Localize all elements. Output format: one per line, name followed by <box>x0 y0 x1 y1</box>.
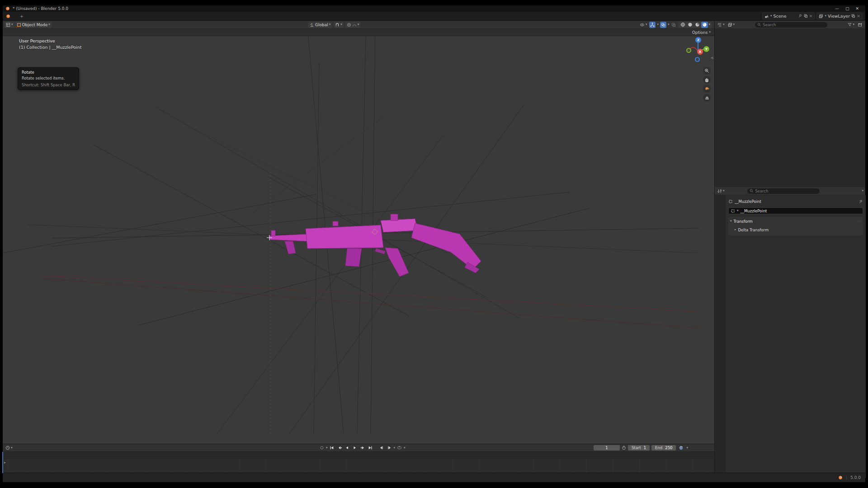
playhead[interactable] <box>2 452 3 473</box>
outliner-header: ▾ ▾ Search ▾ <box>715 21 865 29</box>
close-button[interactable]: ✕ <box>855 6 859 11</box>
breadcrumb: __MuzzlePoint <box>728 198 863 205</box>
shading-solid-button[interactable] <box>687 22 693 28</box>
channel-expander[interactable]: ▸ <box>4 460 6 465</box>
navigation-gizmo[interactable]: Z Y X <box>680 36 712 140</box>
region-toggle-chevron[interactable]: < <box>711 56 714 60</box>
properties-icon <box>717 189 722 193</box>
frame-back-button[interactable] <box>378 445 385 451</box>
remove-viewlayer-icon[interactable]: ✕ <box>857 14 860 19</box>
ortho-toggle-button[interactable] <box>703 94 711 102</box>
solid-icon <box>688 22 693 27</box>
new-scene-icon[interactable] <box>804 14 808 18</box>
blender-logo-icon <box>838 475 843 480</box>
gizmo-y-axis[interactable]: Y <box>703 46 709 52</box>
object-icon <box>728 199 733 204</box>
zoom-button[interactable] <box>703 67 711 75</box>
timeline-header: ▾ ▾ ▾ ▾ 1 <box>3 444 714 452</box>
active-object-label: (1) Collection | __MuzzlePoint <box>19 44 81 51</box>
camera-view-button[interactable] <box>703 85 711 93</box>
play-button[interactable] <box>352 445 359 451</box>
outliner-filter-button[interactable]: ▾ <box>847 22 855 28</box>
show-object-types-button[interactable]: ▾ <box>639 22 648 28</box>
prev-keyframe-button[interactable] <box>336 445 343 451</box>
proportional-icon <box>347 23 351 27</box>
gizmo-x-axis[interactable]: X <box>697 49 703 55</box>
delta-transform-panel[interactable]: ▸Delta Transform <box>730 227 861 233</box>
proportional-edit-toggle[interactable]: ▾ <box>345 22 361 28</box>
outliner-tree <box>715 29 865 187</box>
loop-button[interactable] <box>396 445 403 451</box>
xray-icon <box>671 23 676 27</box>
frame-forward-button[interactable] <box>386 445 393 451</box>
shading-wireframe-button[interactable] <box>679 22 686 28</box>
blender-window: * (Unsaved) - Blender 5.0.0 — ▢ ✕ + ▾ Sc… <box>3 5 865 482</box>
timeline-ruler[interactable] <box>3 452 714 459</box>
outliner-editor-type-button[interactable]: ▾ <box>717 22 726 28</box>
timeline-editor-type-button[interactable]: ▾ <box>5 445 14 451</box>
wireframe-icon <box>680 22 685 27</box>
scene-selector[interactable]: ▾ Scene ✕ <box>762 13 815 19</box>
jump-start-button[interactable] <box>329 445 335 451</box>
tool-settings-row: Options▾ <box>3 29 714 36</box>
properties-editor-type-button[interactable]: ▾ <box>717 188 726 194</box>
viewport-canvas[interactable]: User Perspective (1) Collection | __Muzz… <box>3 36 714 444</box>
camera-view-icon <box>704 87 710 91</box>
viewlayer-selector[interactable]: ▾ ViewLayer ✕ <box>816 13 863 19</box>
options-dropdown[interactable]: Options▾ <box>692 30 712 35</box>
pan-button[interactable] <box>703 76 711 84</box>
properties-options-chevron[interactable]: ▾ <box>862 189 863 192</box>
rendered-icon <box>702 22 707 27</box>
transform-panel-header[interactable]: ▾Transform ∷∷ <box>730 218 861 224</box>
tooltip-shortcut: Shortcut: Shift Space Bar, R <box>22 82 75 88</box>
timeline-tracks[interactable] <box>3 459 714 473</box>
pin-icon[interactable] <box>798 14 802 18</box>
new-viewlayer-icon[interactable] <box>851 14 855 18</box>
shading-mode-group: ▾ <box>678 22 712 28</box>
sync-button[interactable] <box>678 445 684 451</box>
shading-material-button[interactable] <box>694 22 701 28</box>
unlink-scene-icon[interactable]: ✕ <box>809 14 813 19</box>
properties-search-input[interactable]: Search <box>747 188 820 194</box>
snap-toggle[interactable]: ▾ <box>334 22 344 28</box>
skip-start-icon <box>330 446 334 450</box>
mode-selector[interactable]: Object Mode▾ <box>15 22 52 28</box>
stopwatch-icon[interactable] <box>622 446 626 450</box>
gizmo-z-axis[interactable]: Z <box>695 37 701 43</box>
frame-end-field[interactable]: End250 <box>651 445 676 450</box>
show-overlays-button[interactable] <box>660 22 666 28</box>
play-reverse-button[interactable] <box>344 445 351 451</box>
filter-icon <box>848 23 852 27</box>
xray-toggle[interactable] <box>670 22 677 28</box>
jump-end-button[interactable] <box>367 445 374 451</box>
prev-keyframe-icon <box>337 446 342 450</box>
pin-icon[interactable] <box>859 200 863 204</box>
current-frame-field[interactable]: 1 <box>594 445 620 450</box>
transform-panel: ▾Transform ∷∷ ▸Delta Transform <box>728 217 863 235</box>
minimize-button[interactable]: — <box>835 6 839 11</box>
editor-type-button[interactable]: ▾ <box>5 22 14 28</box>
editor-3d-icon <box>6 23 10 27</box>
viewport-text-overlay: User Perspective (1) Collection | __Muzz… <box>19 38 81 51</box>
outliner-display-mode-button[interactable]: ▾ <box>727 22 736 28</box>
titlebar: * (Unsaved) - Blender 5.0.0 — ▢ ✕ <box>3 5 865 12</box>
tooltip-description: Rotate selected items. <box>22 75 75 81</box>
properties-editor: ▾ Search ▾ __MuzzlePoint ▾ __Muzz <box>715 187 865 478</box>
auto-key-button[interactable] <box>318 445 325 451</box>
show-gizmo-button[interactable] <box>649 22 656 28</box>
gizmo-neg-z-axis[interactable] <box>695 57 700 62</box>
blender-menu-icon[interactable] <box>6 14 10 19</box>
next-keyframe-button[interactable] <box>359 445 366 451</box>
frame-start-field[interactable]: Start1 <box>628 445 650 450</box>
object-name-field[interactable]: ▾ __MuzzlePoint <box>728 207 863 214</box>
play-icon <box>353 446 357 450</box>
outliner-search-input[interactable]: Search <box>755 22 827 28</box>
new-collection-button[interactable] <box>857 22 863 28</box>
orientation-selector[interactable]: Global▾ <box>308 22 332 28</box>
properties-header: ▾ Search ▾ <box>715 187 865 195</box>
magnet-icon <box>335 23 340 27</box>
gizmo-neg-x-axis[interactable] <box>686 48 691 53</box>
shading-rendered-button[interactable] <box>701 22 708 28</box>
maximize-button[interactable]: ▢ <box>845 6 849 11</box>
add-workspace-button[interactable]: + <box>16 13 27 19</box>
